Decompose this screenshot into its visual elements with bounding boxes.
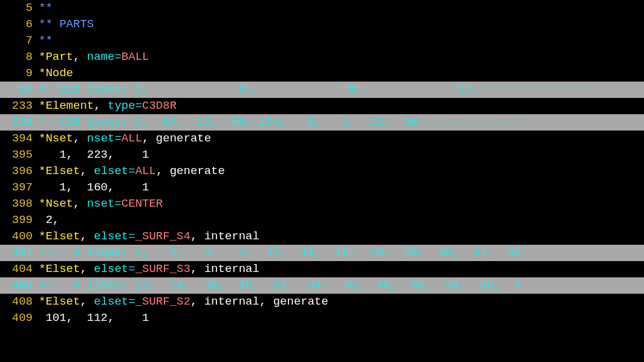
code-line: 8*Part, name=BALL <box>0 49 644 65</box>
line-number: 233 <box>0 98 39 114</box>
line-number: 394 <box>0 131 39 147</box>
line-number: 404 <box>0 261 39 277</box>
token: ** <box>39 1 53 15</box>
fold-line[interactable]: 10+--223 lines: 1, 0., 0., -10.---------… <box>0 82 644 98</box>
token: ALL <box>135 164 156 178</box>
line-number: 409 <box>0 310 39 326</box>
line-number: 401 <box>0 245 39 261</box>
token: name <box>87 50 115 63</box>
code-editor[interactable]: 5**6** PARTS7**8*Part, name=BALL9*Node10… <box>0 0 644 326</box>
token: , <box>94 99 108 112</box>
token: = <box>128 295 135 308</box>
token: = <box>135 99 142 112</box>
token: , internal, generate <box>190 295 328 308</box>
token: , <box>73 197 87 210</box>
line-content: +--223 lines: 1, 0., 0., -10.-----------… <box>39 82 644 98</box>
code-line: 6** PARTS <box>0 16 644 33</box>
token: ** <box>39 34 53 47</box>
code-line: 409 101, 112, 1 <box>0 310 644 326</box>
token: = <box>114 50 121 63</box>
token: = <box>128 262 135 276</box>
token: +-- 3 lines: 1, 2, 3, 4, 17, 18, 19, 20,… <box>39 246 521 259</box>
token: 1, 223, 1 <box>39 148 149 161</box>
token: elset <box>94 295 128 308</box>
token: elset <box>94 230 128 243</box>
line-content: *Nset, nset=ALL, generate <box>39 131 644 147</box>
code-line: 404*Elset, elset=_SURF_S3, internal <box>0 261 644 277</box>
line-content: ** <box>39 33 644 49</box>
token: 101, 112, 1 <box>39 311 149 325</box>
fold-line[interactable]: 234+--160 lines: 1, 67, 13, 60, 164, 8, … <box>0 114 644 131</box>
token: +--160 lines: 1, 67, 13, 60, 164, 8, 1, … <box>39 115 521 129</box>
token: , <box>80 164 94 178</box>
code-line: 9*Node <box>0 65 644 82</box>
token: nset <box>87 132 115 145</box>
code-line: 394*Nset, nset=ALL, generate <box>0 131 644 147</box>
token: , generate <box>142 132 211 145</box>
token: , internal <box>190 230 259 243</box>
line-content: 2, <box>39 212 644 228</box>
line-content: *Elset, elset=_SURF_S4, internal <box>39 228 644 245</box>
line-content: *Part, name=BALL <box>39 49 644 65</box>
code-line: 7** <box>0 33 644 49</box>
line-number: 408 <box>0 294 39 310</box>
line-number: 395 <box>0 147 39 163</box>
line-number: 8 <box>0 49 39 65</box>
code-line: 5** <box>0 0 644 16</box>
line-content: 1, 160, 1 <box>39 179 644 196</box>
code-line: 408*Elset, elset=_SURF_S2, internal, gen… <box>0 294 644 310</box>
line-number: 405 <box>0 277 39 294</box>
code-line: 396*Elset, elset=ALL, generate <box>0 163 644 179</box>
token: *Nset <box>39 197 73 210</box>
line-content: *Elset, elset=_SURF_S2, internal, genera… <box>39 294 644 310</box>
token: elset <box>94 262 128 276</box>
token: C3D8R <box>142 99 177 112</box>
token: = <box>128 164 135 178</box>
line-content: 101, 112, 1 <box>39 310 644 326</box>
code-line: 395 1, 223, 1 <box>0 147 644 163</box>
token: = <box>128 230 135 243</box>
line-content: *Node <box>39 65 644 82</box>
token: *Part <box>39 50 73 63</box>
token: ALL <box>122 132 142 145</box>
token: *Nset <box>39 132 73 145</box>
line-content: ** <box>39 0 644 16</box>
token: +-- 3 lines: 13, 14, 15, 16, 33, 34, 35,… <box>39 279 521 292</box>
token: , internal <box>190 262 259 276</box>
line-number: 6 <box>0 16 39 33</box>
code-line: 400*Elset, elset=_SURF_S4, internal <box>0 228 644 245</box>
token: type <box>108 99 135 112</box>
line-content: ** PARTS <box>39 16 644 33</box>
line-number: 5 <box>0 0 39 16</box>
token: nset <box>87 197 115 210</box>
code-line: 397 1, 160, 1 <box>0 179 644 196</box>
line-number: 398 <box>0 196 39 212</box>
token: *Elset <box>39 230 80 243</box>
token: *Node <box>39 66 73 80</box>
line-content: *Elset, elset=_SURF_S3, internal <box>39 261 644 277</box>
line-number: 10 <box>0 82 39 98</box>
code-line: 399 2, <box>0 212 644 228</box>
token: , <box>80 262 94 276</box>
token: = <box>114 197 121 210</box>
token: _SURF_S4 <box>135 230 190 243</box>
token: *Element <box>39 99 94 112</box>
token: 2, <box>39 213 59 227</box>
token: +--223 lines: 1, 0., 0., -10.-----------… <box>39 83 590 96</box>
token: *Elset <box>39 262 80 276</box>
token: BALL <box>122 50 149 63</box>
token: , <box>80 230 94 243</box>
token: = <box>114 132 121 145</box>
token: 1, 160, 1 <box>39 181 149 194</box>
line-number: 234 <box>0 114 39 131</box>
code-line: 398*Nset, nset=CENTER <box>0 196 644 212</box>
line-content: +--160 lines: 1, 67, 13, 60, 164, 8, 1, … <box>39 114 644 131</box>
token: , <box>80 295 94 308</box>
token: , generate <box>156 164 225 178</box>
fold-line[interactable]: 401+-- 3 lines: 1, 2, 3, 4, 17, 18, 19, … <box>0 245 644 261</box>
fold-line[interactable]: 405+-- 3 lines: 13, 14, 15, 16, 33, 34, … <box>0 277 644 294</box>
code-line: 233*Element, type=C3D8R <box>0 98 644 114</box>
line-content: +-- 3 lines: 13, 14, 15, 16, 33, 34, 35,… <box>39 277 644 294</box>
token: *Elset <box>39 164 80 178</box>
line-content: *Element, type=C3D8R <box>39 98 644 114</box>
